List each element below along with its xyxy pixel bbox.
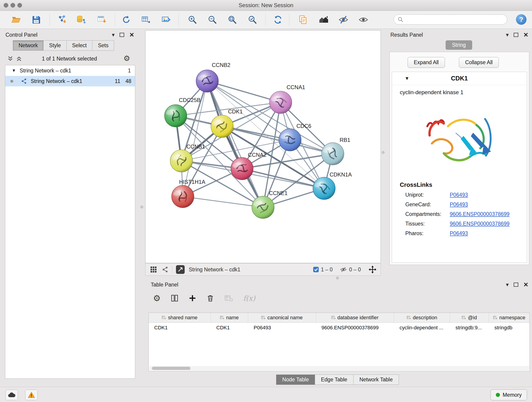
tab-select[interactable]: Select: [67, 40, 93, 51]
column-header-name[interactable]: name: [211, 313, 248, 322]
network-canvas[interactable]: CCNB2CCNA1CDC25BCDK1CDC6RB1CCNB1CCNA2CDK…: [145, 30, 381, 263]
crosslink-label: Tissues:: [405, 221, 450, 227]
table-options-gear-icon[interactable]: ⚙: [153, 294, 161, 303]
hidden-eye-slash-icon[interactable]: [340, 266, 347, 273]
cloud-button[interactable]: [6, 390, 18, 400]
export-image-icon[interactable]: [161, 14, 171, 25]
crosslink-link[interactable]: 9606.ENSP00000378699: [450, 211, 510, 217]
tab-network-table[interactable]: Network Table: [354, 375, 399, 385]
show-columns-icon[interactable]: [171, 294, 178, 302]
collapse-all-button[interactable]: Collapse All: [459, 57, 499, 68]
add-column-icon[interactable]: [189, 294, 196, 302]
node-label: CDKN1A: [329, 172, 352, 178]
detach-view-button[interactable]: [176, 265, 185, 274]
network-edge[interactable]: [207, 81, 280, 102]
help-icon[interactable]: ?: [516, 14, 526, 25]
column-header-shared-name[interactable]: shared name: [149, 313, 211, 322]
column-header-database-identifier[interactable]: database identifier: [316, 313, 394, 322]
search-field[interactable]: [394, 14, 507, 25]
panel-menu-icon[interactable]: ▾: [506, 32, 509, 38]
birdseye-view-icon[interactable]: [162, 266, 168, 273]
tab-network[interactable]: Network: [13, 40, 44, 51]
delete-column-icon[interactable]: [206, 294, 214, 302]
network-node-RB1[interactable]: RB1: [322, 137, 350, 165]
import-table-file-icon[interactable]: [96, 14, 107, 25]
import-network-database-icon[interactable]: [76, 14, 86, 25]
import-network-file-icon[interactable]: [57, 14, 67, 25]
copy-document-icon[interactable]: [298, 14, 308, 25]
search-input[interactable]: [406, 16, 507, 23]
crosslink-link[interactable]: 9606.ENSP00000378699: [450, 221, 510, 227]
pan-crosshair-icon[interactable]: [369, 266, 376, 274]
tab-edge-table[interactable]: Edge Table: [315, 375, 354, 385]
panel-float-icon[interactable]: [120, 33, 124, 37]
expander-icon[interactable]: ▼: [12, 68, 16, 73]
warnings-button[interactable]: [25, 390, 38, 400]
clone-network-icon[interactable]: [121, 14, 132, 25]
splitter-handle[interactable]: [140, 206, 143, 208]
network-edge[interactable]: [207, 81, 263, 207]
network-node-CDC25B[interactable]: CDC25B: [165, 97, 201, 127]
open-session-icon[interactable]: [11, 14, 21, 25]
network-options-gear-icon[interactable]: ⚙: [123, 55, 130, 62]
tab-style[interactable]: Style: [44, 40, 66, 51]
column-header--id[interactable]: @id: [450, 313, 489, 322]
network-node-CDKN1A[interactable]: CDKN1A: [313, 172, 352, 200]
panel-float-icon[interactable]: [514, 283, 518, 287]
titlebar: Session: New Session: [0, 0, 532, 11]
selected-counts: 1 – 0: [321, 267, 333, 273]
zoom-out-icon[interactable]: [207, 14, 218, 25]
network-node-HIST1H1A[interactable]: HIST1H1A: [172, 179, 205, 208]
network-node-CDK1[interactable]: CDK1: [211, 108, 243, 138]
zoom-in-icon[interactable]: [187, 14, 198, 25]
panel-close-icon[interactable]: ✕: [523, 32, 528, 38]
string-results-tab[interactable]: String: [446, 40, 472, 50]
results-panel-title: Results Panel: [390, 32, 423, 38]
panel-float-icon[interactable]: [514, 33, 518, 37]
column-header-canonical-name[interactable]: canonical name: [248, 313, 316, 322]
network-node-CCNB2[interactable]: CCNB2: [196, 62, 230, 92]
panel-close-icon[interactable]: ✕: [523, 282, 528, 288]
tab-node-table[interactable]: Node Table: [276, 375, 315, 385]
network-graph[interactable]: CCNB2CCNA1CDC25BCDK1CDC6RB1CCNB1CCNA2CDK…: [146, 31, 380, 263]
hide-graphics-details-icon[interactable]: [338, 14, 349, 25]
panel-close-icon[interactable]: ✕: [129, 32, 134, 38]
show-graphics-details-icon[interactable]: [358, 14, 369, 25]
column-label: @id: [468, 315, 477, 321]
expand-all-button[interactable]: Expand All: [408, 57, 445, 68]
crosslink-link[interactable]: P06493: [450, 192, 468, 198]
export-table-icon[interactable]: [141, 14, 151, 25]
tab-sets[interactable]: Sets: [92, 40, 114, 51]
splitter-handle[interactable]: [336, 277, 339, 279]
home-icon[interactable]: [318, 14, 329, 25]
network-edge[interactable]: [242, 169, 324, 188]
network-node-CCNB1[interactable]: CCNB1: [170, 143, 205, 172]
scrollbar-thumb[interactable]: [152, 367, 190, 370]
node-label: HIST1H1A: [179, 179, 205, 185]
network-collection-row[interactable]: ▼ String Network – cdk1 1: [5, 65, 135, 76]
crosslink-link[interactable]: P06493: [450, 201, 468, 208]
selected-checkbox-icon[interactable]: [313, 266, 319, 273]
column-type-icon: [220, 316, 224, 319]
network-node-CCNA1[interactable]: CCNA1: [269, 84, 305, 114]
network-list-toolbar: 1 of 1 Network selected ⚙: [3, 54, 136, 64]
zoom-selected-icon[interactable]: [247, 14, 258, 25]
node-label: CDC25B: [179, 97, 201, 103]
horizontal-scrollbar[interactable]: [149, 366, 529, 370]
panel-menu-icon[interactable]: ▾: [112, 32, 114, 38]
panel-menu-icon[interactable]: ▾: [506, 282, 509, 287]
column-header-namespace[interactable]: namespace: [489, 313, 530, 322]
zoom-fit-icon[interactable]: [227, 14, 238, 25]
toolbar-separator: [178, 13, 179, 26]
grid-view-icon[interactable]: [150, 266, 157, 273]
column-header-description[interactable]: description: [394, 313, 450, 322]
network-edge[interactable]: [183, 197, 263, 207]
save-session-icon[interactable]: [31, 14, 41, 25]
network-row-selected[interactable]: String Network – cdk1 11 48: [5, 76, 135, 86]
memory-button[interactable]: Memory: [491, 389, 527, 400]
crosslink-link[interactable]: P06493: [450, 230, 468, 236]
table-row[interactable]: CDK1CDK1P064939606.ENSP00000378699cyclin…: [149, 323, 530, 332]
refresh-icon[interactable]: [273, 14, 283, 25]
network-tree: ▼ String Network – cdk1 1 String Network…: [5, 65, 135, 379]
splitter-handle[interactable]: [382, 151, 385, 154]
